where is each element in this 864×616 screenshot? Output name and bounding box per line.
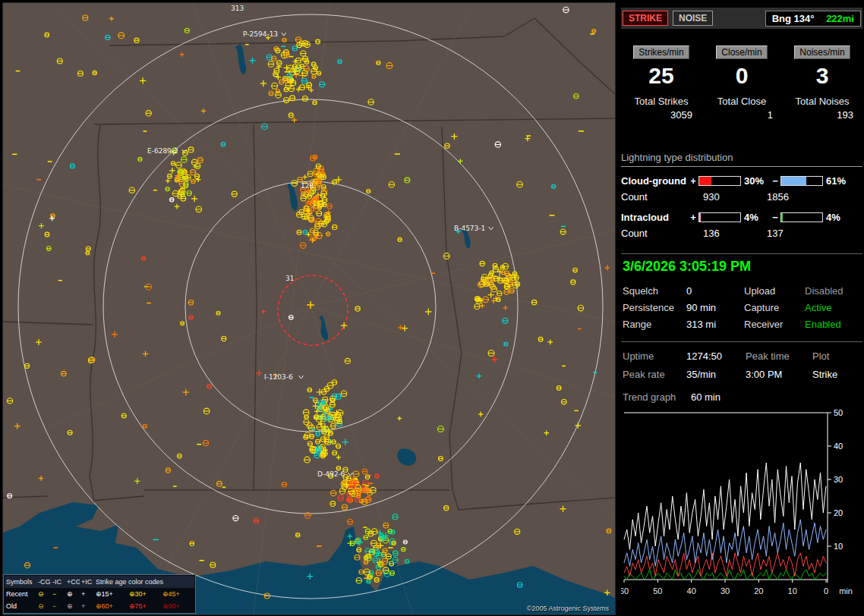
svg-text:40: 40 [687,586,696,596]
lightning-map[interactable]: 313P-2594-13E-6289-2128B-4573-131I-1203-… [2,2,616,615]
ic-negative-bar [780,212,823,222]
divider [621,253,862,254]
total-close-value: 1 [702,109,782,121]
legend-cell: ⊕90+ [161,600,194,612]
ic-positive-count: 136 [688,228,767,239]
trend-series-intracloud [624,520,826,567]
noises-per-min-value: 3 [782,63,862,89]
map-canvas: 313P-2594-13E-6289-2128B-4573-131I-1203-… [3,3,615,614]
map-legend: Symbols-CG-IC+CG+ICStrike age color code… [3,574,196,614]
stats-section: Uptime 1274:50 Peak time Plot Peak rate … [623,350,861,380]
strikes-column: Strikes/min 25 Total Strikes 3059 [621,46,702,121]
cg-negative-count: 1856 [767,191,789,203]
strikes-per-min-button[interactable]: Strikes/min [633,46,689,59]
legend-cell: + [80,600,94,612]
range-label: Range [623,319,686,330]
cloud-ground-row: Cloud-ground + 30% − 61% [621,173,862,188]
noise-mode-button[interactable]: NOISE [673,11,713,26]
svg-text:E-6289-2: E-6289-2 [147,147,178,155]
legend-cell: Symbols [5,576,36,588]
strikes-per-min-value: 25 [621,63,702,89]
capture-label: Capture [744,302,805,313]
legend-cell: +CG [65,576,80,588]
rates-section: Strikes/min 25 Total Strikes 3059 Close/… [621,46,862,121]
close-per-min-button[interactable]: Close/min [716,46,767,59]
legend-cell: ⊖ [36,600,51,612]
svg-text:D-492-6: D-492-6 [317,470,345,478]
svg-text:0: 0 [824,586,828,596]
trend-graph: 50403020106050403020100min [621,407,862,610]
legend-cell: ⊕ [65,588,80,600]
plus-sign: + [688,175,698,187]
noises-per-min-button[interactable]: Noises/min [794,46,850,59]
range-value: 313 mi [686,319,744,330]
status-panel: STRIKE NOISE Bng 134° 222mi Strikes/min … [621,3,862,614]
svg-text:10: 10 [834,542,843,551]
peak-time-label: Peak time [746,350,812,362]
ic-negative-count: 137 [767,228,784,239]
svg-text:50: 50 [653,586,662,596]
squelch-label: Squelch [623,285,686,297]
peak-time-value: 3:00 PM [746,369,812,380]
datetime-display: 3/6/2026 3:05:19 PM [623,259,751,275]
ic-positive-bar [698,212,741,222]
trend-graph-header: Trend graph 60 min [623,391,721,403]
legend-cell: Strike age color codes [94,576,194,588]
ic-negative-percent: 4% [826,212,852,223]
svg-text:20: 20 [834,508,843,517]
total-noises-label: Total Noises [782,96,862,107]
legend-cell: Recent [5,588,36,600]
plus-sign: + [688,212,698,223]
intracloud-label: Intracloud [621,212,688,223]
close-per-min-value: 0 [702,63,782,89]
svg-text:30: 30 [721,586,730,596]
bearing-value: Bng 134° [772,13,815,24]
divider [621,341,862,342]
legend-cell: +IC [80,576,94,588]
intracloud-row: Intracloud + 4% − 4% [621,209,862,225]
receiver-label: Receiver [744,319,805,330]
distribution-title: Lightning type distribution [621,152,862,167]
count-label: Count [621,191,688,203]
plot-label: Plot [812,350,861,362]
svg-text:60: 60 [621,586,629,596]
persistence-label: Persistence [623,302,686,313]
legend-cell: − [51,588,65,600]
peak-rate-value: 35/min [686,369,746,380]
cloud-ground-count-row: Count 930 1856 [621,188,862,205]
mode-bar: STRIKE NOISE Bng 134° 222mi [621,8,862,29]
uptime-label: Uptime [623,350,686,362]
legend-cell: ⊖ [36,588,51,600]
trend-series-cloud-ground [624,553,826,577]
legend-cell: -CG [36,576,51,588]
legend-cell: ⊕30+ [128,588,161,600]
upload-status: Disabled [805,285,861,297]
cloud-ground-label: Cloud-ground [621,175,688,187]
cg-negative-bar [780,176,823,186]
cg-positive-bar [698,176,741,186]
roads-layer [3,3,615,614]
intracloud-count-row: Count 136 137 [621,225,862,241]
svg-text:31: 31 [285,275,294,282]
capture-status: Active [805,302,861,313]
trend-graph-label: Trend graph [623,391,676,403]
svg-text:B-4573-1: B-4573-1 [454,225,485,232]
svg-text:I-1203-6: I-1203-6 [264,373,293,381]
trend-window-value: 60 min [691,391,721,403]
legend-cell: -IC [51,576,65,588]
bearing-display: Bng 134° 222mi [765,11,861,27]
legend-cell: ⊕75+ [128,600,161,612]
minus-sign: − [770,175,780,187]
legend-cell: Old [5,600,36,612]
strike-mode-button[interactable]: STRIKE [623,11,668,26]
svg-text:50: 50 [834,408,843,417]
legend-cell: − [51,600,65,612]
peak-rate-label: Peak rate [623,369,686,380]
type-distribution-section: Lightning type distribution Cloud-ground… [621,152,862,246]
receiver-status: Enabled [805,319,861,330]
legend-cell: ⊕ [65,600,80,612]
cg-negative-percent: 61% [826,175,852,187]
uptime-value: 1274:50 [686,350,746,362]
plot-value: Strike [812,369,861,380]
noises-column: Noises/min 3 Total Noises 193 [782,46,862,121]
